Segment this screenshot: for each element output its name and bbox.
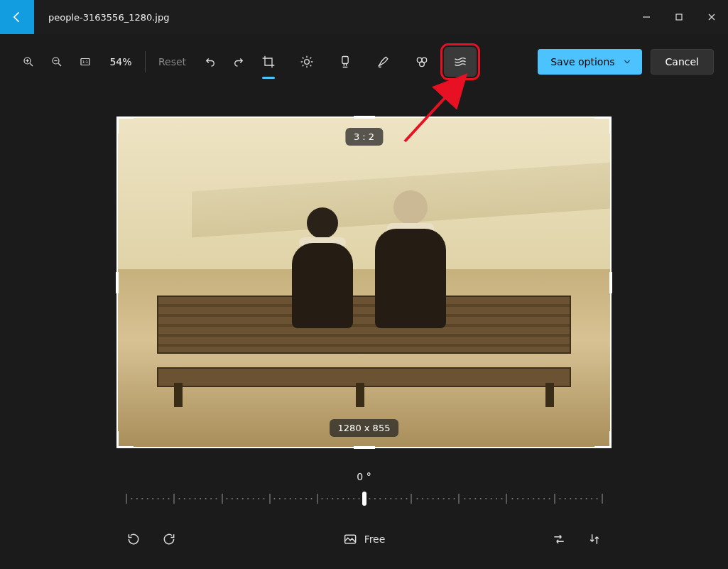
markup-icon	[376, 55, 391, 69]
crop-handle-bottom[interactable]	[354, 446, 375, 449]
mode-retouch[interactable]	[406, 47, 438, 77]
svg-point-55	[289, 498, 290, 499]
brightness-icon	[300, 55, 314, 69]
redo-icon	[232, 55, 245, 68]
toolbar: 1:1 54% Reset	[0, 34, 728, 90]
svg-point-46	[237, 498, 238, 499]
crop-handle-top[interactable]	[354, 116, 375, 119]
svg-point-88	[485, 498, 487, 499]
svg-point-32	[152, 498, 153, 499]
svg-point-50	[258, 498, 259, 499]
filter-icon	[338, 55, 352, 69]
rotation-angle-label: 0 °	[0, 471, 728, 482]
svg-point-63	[337, 498, 338, 499]
svg-point-78	[427, 498, 428, 499]
undo-button[interactable]	[196, 48, 224, 76]
flip-vertical-button[interactable]	[582, 526, 607, 552]
crop-handle-bottom-left[interactable]	[116, 431, 134, 448]
mode-background-effects[interactable]	[444, 47, 477, 77]
rotate-ccw-button[interactable]	[121, 526, 146, 552]
svg-point-11	[304, 60, 309, 65]
crop-handle-left[interactable]	[116, 272, 119, 293]
svg-point-39	[194, 498, 195, 499]
zoom-in-button[interactable]	[14, 48, 43, 76]
crop-handle-top-left[interactable]	[116, 116, 134, 134]
crop-frame[interactable]: 3 : 2 1280 x 855	[116, 116, 612, 448]
svg-point-41	[205, 498, 206, 499]
svg-point-59	[310, 498, 312, 499]
svg-point-42	[210, 498, 212, 499]
svg-point-47	[241, 498, 243, 499]
action-buttons: Save options Cancel	[538, 49, 714, 75]
svg-point-103	[575, 498, 576, 499]
window-maximize-button[interactable]	[663, 6, 695, 28]
maximize-icon	[675, 13, 683, 21]
svg-point-15	[419, 62, 424, 67]
svg-point-95	[527, 498, 528, 499]
aspect-mode-label: Free	[364, 533, 386, 545]
svg-point-37	[183, 498, 185, 499]
svg-point-83	[453, 498, 455, 499]
svg-point-58	[305, 498, 307, 499]
svg-point-72	[390, 498, 391, 499]
minimize-icon	[642, 13, 651, 21]
flip-horizontal-icon	[552, 532, 566, 546]
chevron-down-icon	[622, 57, 632, 67]
svg-point-104	[580, 498, 582, 499]
crop-handle-right[interactable]	[609, 272, 612, 293]
svg-point-28	[131, 498, 132, 499]
aspect-mode-button[interactable]: Free	[343, 532, 386, 546]
svg-point-62	[332, 498, 333, 499]
svg-point-53	[278, 498, 280, 499]
file-title: people-3163556_1280.jpg	[48, 12, 170, 23]
svg-point-35	[168, 498, 169, 499]
back-button[interactable]	[0, 0, 34, 34]
svg-point-107	[596, 498, 597, 499]
svg-point-77	[421, 498, 423, 499]
svg-line-7	[58, 63, 61, 66]
svg-point-43	[215, 498, 217, 499]
image-preview	[118, 118, 610, 447]
cancel-button[interactable]: Cancel	[651, 49, 714, 75]
rotation-slider[interactable]	[123, 489, 606, 508]
svg-point-54	[284, 498, 286, 499]
crop-handle-bottom-right[interactable]	[594, 431, 612, 448]
window-minimize-button[interactable]	[630, 6, 663, 28]
crop-handle-top-right[interactable]	[594, 116, 612, 134]
svg-point-105	[585, 498, 587, 499]
svg-point-38	[189, 498, 190, 499]
svg-point-97	[538, 498, 539, 499]
svg-point-91	[501, 498, 502, 499]
svg-point-93	[516, 498, 518, 499]
divider	[145, 51, 146, 72]
save-options-button[interactable]: Save options	[538, 49, 641, 75]
fit-screen-button[interactable]: 1:1	[71, 48, 99, 76]
svg-point-68	[369, 498, 370, 499]
rotation-slider-thumb[interactable]	[362, 492, 366, 506]
flip-horizontal-button[interactable]	[546, 526, 572, 552]
svg-point-80	[438, 498, 439, 499]
reset-button[interactable]: Reset	[148, 48, 196, 76]
svg-point-84	[464, 498, 465, 499]
mode-crop[interactable]	[252, 47, 285, 77]
svg-rect-1	[676, 14, 682, 20]
redo-button[interactable]	[224, 48, 253, 76]
svg-point-74	[401, 498, 402, 499]
mode-markup[interactable]	[367, 47, 400, 77]
arrow-left-icon	[10, 10, 24, 24]
zoom-out-button[interactable]	[43, 48, 71, 76]
svg-point-33	[157, 498, 158, 499]
svg-line-3	[30, 63, 33, 66]
rotate-cw-button[interactable]	[156, 526, 182, 552]
svg-point-99	[548, 498, 550, 499]
zoom-percent-label[interactable]: 54%	[99, 56, 142, 67]
svg-point-40	[200, 498, 201, 499]
titlebar: people-3163556_1280.jpg	[0, 0, 728, 34]
window-close-button[interactable]	[695, 6, 728, 28]
mode-adjust[interactable]	[290, 47, 323, 77]
mode-filter[interactable]	[329, 47, 362, 77]
svg-point-67	[358, 498, 359, 499]
svg-point-57	[300, 498, 301, 499]
svg-point-30	[141, 498, 143, 499]
svg-point-64	[342, 498, 344, 499]
